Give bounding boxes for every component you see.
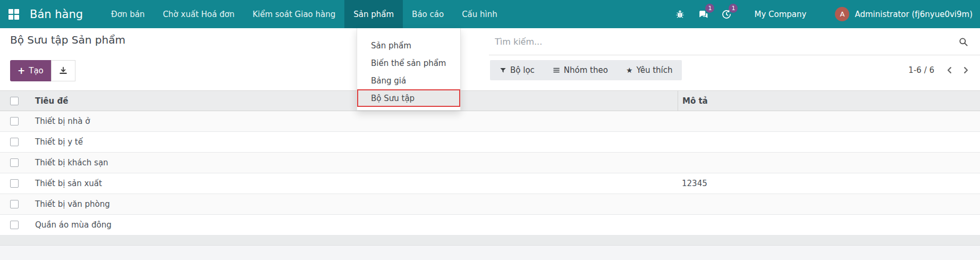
- row-title: Thiết bị sản xuất: [25, 179, 678, 188]
- company-switcher[interactable]: My Company: [738, 10, 819, 19]
- main-menu: Đơn bán Chờ xuất Hoá đơn Kiểm soát Giao …: [102, 0, 506, 28]
- debug-button[interactable]: [668, 0, 691, 28]
- download-icon: [58, 66, 68, 76]
- user-menu[interactable]: A Administrator (fj6nyue0vi9m): [819, 7, 973, 21]
- table-row[interactable]: Thiết bị khách sạn: [0, 153, 980, 173]
- create-button-label: Tạo: [29, 66, 44, 76]
- row-title: Thiết bị nhà ở: [25, 116, 678, 126]
- action-buttons: + Tạo: [10, 60, 75, 81]
- row-checkbox[interactable]: [10, 200, 19, 208]
- column-header-description[interactable]: Mô tả: [678, 91, 980, 111]
- collection-list: Tiêu đề Mô tả Thiết bị nhà ở Thiết bị y …: [0, 90, 980, 246]
- messages-badge: 1: [705, 4, 714, 13]
- menu-cau-hinh[interactable]: Cấu hình: [453, 0, 506, 28]
- group-by-label: Nhóm theo: [564, 65, 608, 75]
- pager-previous-button[interactable]: [942, 62, 958, 78]
- row-checkbox[interactable]: [10, 138, 19, 146]
- san-pham-dropdown: Sản phẩm Biến thể sản phẩm Bảng giá Bộ S…: [357, 28, 461, 111]
- column-header-title[interactable]: Tiêu đề: [25, 96, 678, 106]
- table-row[interactable]: Quần áo mùa đông: [0, 215, 980, 236]
- chevron-left-icon: [945, 65, 954, 75]
- table-row[interactable]: Thiết bị sản xuất 12345: [0, 173, 980, 194]
- apps-menu-button[interactable]: [0, 0, 28, 28]
- table-footer: [0, 236, 980, 246]
- dropdown-item-san-pham[interactable]: Sản phẩm: [357, 37, 460, 54]
- search-input[interactable]: [489, 28, 980, 55]
- row-title: Thiết bị y tế: [25, 137, 678, 147]
- favorites-label: Yêu thích: [636, 65, 672, 75]
- messages-button[interactable]: 1: [691, 0, 715, 28]
- row-description: 12345: [678, 179, 980, 188]
- search-icon[interactable]: [958, 37, 969, 47]
- filter-funnel-icon: [500, 67, 506, 74]
- activities-button[interactable]: 1: [715, 0, 738, 28]
- top-navbar: Bán hàng Đơn bán Chờ xuất Hoá đơn Kiểm s…: [0, 0, 980, 28]
- filters-button[interactable]: Bộ lọc: [500, 65, 535, 75]
- export-button[interactable]: [51, 60, 75, 81]
- group-by-button[interactable]: Nhóm theo: [553, 65, 608, 75]
- table-row[interactable]: Thiết bị y tế: [0, 132, 980, 153]
- filters-label: Bộ lọc: [510, 65, 535, 75]
- user-name: Administrator (fj6nyue0vi9m): [855, 10, 973, 19]
- row-checkbox[interactable]: [10, 117, 19, 125]
- menu-san-pham[interactable]: Sản phẩm: [344, 0, 403, 28]
- row-title: Quần áo mùa đông: [25, 220, 678, 230]
- dropdown-item-bien-the-san-pham[interactable]: Biến thể sản phẩm: [357, 54, 460, 72]
- plus-icon: +: [18, 66, 25, 76]
- row-title: Thiết bị khách sạn: [25, 158, 678, 167]
- pager-range: 1-6 / 6: [908, 65, 934, 75]
- select-all-checkbox[interactable]: [10, 97, 19, 105]
- bug-icon: [675, 9, 685, 19]
- systray: 1 1 My Company A Administrator (fj6nyue0…: [668, 0, 980, 28]
- create-button[interactable]: + Tạo: [10, 60, 51, 81]
- star-icon: ★: [626, 66, 633, 74]
- control-panel: Bộ Sưu tập Sản phẩm + Tạo: [0, 28, 980, 90]
- menu-bao-cao[interactable]: Báo cáo: [403, 0, 453, 28]
- row-checkbox[interactable]: [10, 221, 19, 229]
- pager: 1-6 / 6: [908, 60, 974, 80]
- dropdown-item-bo-suu-tap[interactable]: Bộ Sưu tập: [357, 89, 460, 107]
- row-title: Thiết bị văn phòng: [25, 199, 678, 209]
- page-title: Bộ Sưu tập Sản phẩm: [10, 33, 125, 46]
- menu-cho-xuat-hoa-don[interactable]: Chờ xuất Hoá đơn: [154, 0, 243, 28]
- pager-next-button[interactable]: [958, 62, 974, 78]
- dropdown-item-bang-gia[interactable]: Bảng giá: [357, 72, 460, 89]
- table-header: Tiêu đề Mô tả: [0, 90, 980, 111]
- row-checkbox[interactable]: [10, 158, 19, 167]
- menu-don-ban[interactable]: Đơn bán: [102, 0, 154, 28]
- app-title: Bán hàng: [30, 0, 83, 28]
- chevron-right-icon: [961, 65, 970, 75]
- avatar: A: [835, 7, 849, 21]
- activities-badge: 1: [729, 4, 738, 13]
- table-row[interactable]: Thiết bị văn phòng: [0, 194, 980, 215]
- favorites-button[interactable]: ★ Yêu thích: [626, 65, 673, 75]
- menu-kiem-soat-giao-hang[interactable]: Kiểm soát Giao hàng: [243, 0, 344, 28]
- search-area: [489, 28, 980, 55]
- filter-bar: Bộ lọc Nhóm theo ★ Yêu thích: [490, 60, 682, 80]
- table-row[interactable]: Thiết bị nhà ở: [0, 111, 980, 132]
- apps-grid-icon: [9, 9, 19, 20]
- row-checkbox[interactable]: [10, 179, 19, 188]
- group-by-icon: [553, 66, 560, 74]
